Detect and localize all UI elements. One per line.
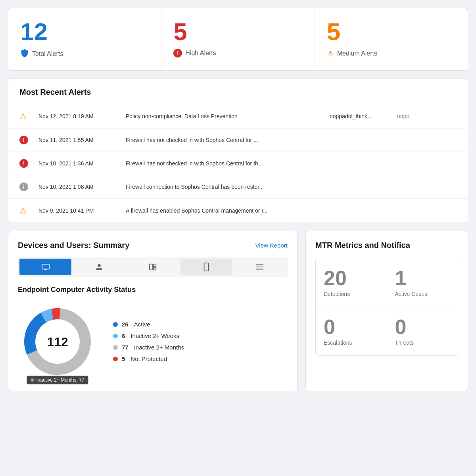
svg-rect-0 bbox=[42, 264, 49, 269]
svg-point-7 bbox=[206, 269, 207, 270]
alert-message: Firewall has not checked in with Sophos … bbox=[126, 137, 457, 143]
list-item: 77 Inactive 2+ Months bbox=[113, 344, 184, 351]
escalations-number: 0 bbox=[324, 317, 379, 337]
tab-user[interactable] bbox=[73, 259, 125, 275]
svg-rect-5 bbox=[154, 267, 156, 270]
alert-message: Firewall connection to Sophos Central ha… bbox=[126, 184, 457, 190]
alert-message: Firewall has not checked in with Sophos … bbox=[126, 160, 457, 167]
donut-chart: 112 Inactive 2+ Months: 77 bbox=[18, 302, 97, 381]
total-alerts-number: 12 bbox=[20, 19, 149, 44]
alert-icon-exclaim: ! bbox=[19, 136, 31, 144]
threats-number: 0 bbox=[395, 317, 450, 337]
legend-dot-not-protected bbox=[113, 357, 118, 361]
alert-stats-row: 12 Total Alerts 5 ! High Alerts 5 ⚠ Medi… bbox=[8, 8, 468, 71]
table-row[interactable]: ⚠ Nov 9, 2021 10:41 PM A firewall has en… bbox=[8, 199, 468, 223]
table-row[interactable]: i Nov 10, 2021 1:08 AM Firewall connecti… bbox=[8, 175, 468, 199]
recent-alerts-title: Most Recent Alerts bbox=[8, 79, 468, 104]
alert-message: A firewall has enabled Sophos Central ma… bbox=[126, 207, 457, 214]
table-row[interactable]: ⚠ Nov 12, 2021 8:19 AM Policy non-compli… bbox=[8, 104, 468, 129]
high-alerts-label: ! High Alerts bbox=[173, 49, 302, 58]
medium-alerts-number: 5 bbox=[327, 19, 456, 44]
alert-message: Policy non-compliance: Data Loss Prevent… bbox=[126, 113, 322, 119]
endpoint-title: Endpoint Computer Activity Status bbox=[18, 286, 288, 294]
table-row[interactable]: ! Nov 10, 2021 1:36 AM Firewall has not … bbox=[8, 152, 468, 175]
list-item: 5 Not Protected bbox=[113, 355, 184, 362]
total-alerts-card[interactable]: 12 Total Alerts bbox=[8, 8, 161, 70]
list-item: 6 Inactive 2+ Weeks bbox=[113, 332, 184, 339]
alert-icon-warn: ⚠ bbox=[19, 111, 31, 121]
high-alerts-card[interactable]: 5 ! High Alerts bbox=[161, 8, 315, 70]
high-alert-icon: ! bbox=[173, 49, 182, 58]
list-item: 26 Active bbox=[113, 321, 184, 328]
device-tab-bar bbox=[18, 257, 288, 277]
active-cases-number: 1 bbox=[395, 268, 450, 288]
medium-alerts-card[interactable]: 5 ⚠ Medium Alerts bbox=[315, 8, 468, 70]
bottom-row: Devices and Users: Summary View Report bbox=[8, 231, 468, 391]
donut-tooltip: Inactive 2+ Months: 77 bbox=[27, 376, 88, 384]
table-row[interactable]: ! Nov 11, 2021 1:55 AM Firewall has not … bbox=[8, 129, 468, 152]
legend-dot-inactive-months bbox=[113, 345, 118, 350]
alert-datetime: Nov 11, 2021 1:55 AM bbox=[38, 137, 118, 143]
tab-list[interactable] bbox=[234, 259, 286, 275]
mtr-cell-escalations: 0 Escalations bbox=[316, 307, 387, 355]
devices-header: Devices and Users: Summary View Report bbox=[18, 241, 288, 250]
legend-dot-inactive-weeks bbox=[113, 334, 118, 338]
alert-icon-exclaim: ! bbox=[19, 159, 31, 168]
medium-alerts-label: ⚠ Medium Alerts bbox=[327, 49, 456, 58]
shield-icon bbox=[20, 49, 29, 59]
mtr-title: MTR Metrics and Notifica bbox=[315, 241, 458, 250]
mtr-metrics-panel: MTR Metrics and Notifica 20 Detections 1… bbox=[305, 231, 468, 391]
svg-rect-3 bbox=[150, 264, 153, 270]
legend-dot-active bbox=[113, 322, 118, 327]
alert-datetime: Nov 10, 2021 1:36 AM bbox=[38, 160, 118, 167]
alert-datetime: Nov 9, 2021 10:41 PM bbox=[38, 207, 118, 214]
mtr-cell-active-cases: 1 Active Cases bbox=[387, 258, 458, 307]
active-cases-label: Active Cases bbox=[395, 291, 450, 297]
mtr-cell-threats: 0 Threats bbox=[387, 307, 458, 355]
total-alerts-label: Total Alerts bbox=[20, 49, 149, 59]
escalations-label: Escalations bbox=[324, 340, 379, 346]
tab-mobile[interactable] bbox=[180, 259, 232, 275]
endpoint-legend: 26 Active 6 Inactive 2+ Weeks 77 Inactiv… bbox=[113, 321, 184, 362]
recent-alerts-section: Most Recent Alerts ⚠ Nov 12, 2021 8:19 A… bbox=[8, 79, 468, 223]
detections-label: Detections bbox=[324, 291, 379, 297]
tab-desktop[interactable] bbox=[19, 259, 71, 275]
devices-summary-panel: Devices and Users: Summary View Report bbox=[8, 231, 298, 391]
tooltip-dot bbox=[31, 378, 34, 382]
alert-icon-info: i bbox=[19, 182, 31, 191]
medium-alert-icon: ⚠ bbox=[327, 49, 334, 58]
svg-rect-4 bbox=[154, 264, 156, 267]
alert-user: noppadol_think... bbox=[330, 113, 389, 119]
mtr-cell-detections: 20 Detections bbox=[316, 258, 387, 307]
view-report-link[interactable]: View Report bbox=[255, 242, 288, 249]
devices-title: Devices and Users: Summary bbox=[18, 241, 129, 250]
mtr-grid: 20 Detections 1 Active Cases 0 Escalatio… bbox=[315, 258, 458, 356]
high-alerts-number: 5 bbox=[173, 19, 302, 44]
endpoint-content: 112 Inactive 2+ Months: 77 26 Active 6 I… bbox=[18, 302, 288, 381]
alert-user-2: nopp bbox=[397, 113, 457, 119]
tab-server[interactable] bbox=[127, 259, 178, 275]
donut-center-number: 112 bbox=[47, 335, 68, 349]
threats-label: Threats bbox=[395, 340, 450, 346]
alert-datetime: Nov 12, 2021 8:19 AM bbox=[38, 113, 118, 119]
alert-datetime: Nov 10, 2021 1:08 AM bbox=[38, 184, 118, 190]
detections-number: 20 bbox=[324, 268, 379, 288]
alert-icon-warn: ⚠ bbox=[19, 206, 31, 215]
